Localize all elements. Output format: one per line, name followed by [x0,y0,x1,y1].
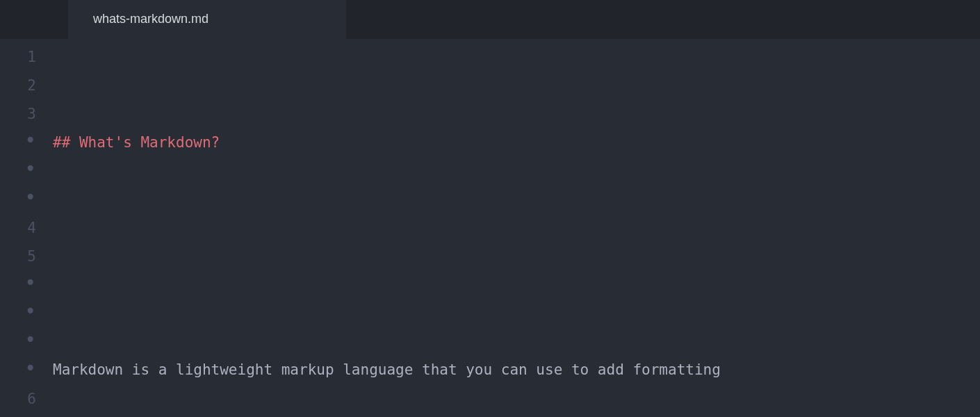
tab-filename: whats-markdown.md [93,7,209,31]
wrap-indicator: • [0,154,36,183]
line-number: 1 [0,43,36,72]
code-line [53,243,747,271]
text-span: Markdown is a lightweight markup languag… [53,356,730,384]
code-line: ## What's Markdown? [53,129,747,157]
editor-area[interactable]: 1 2 3 • • • 4 5 • • • • 6 ## What's Mark… [0,39,980,417]
line-number: 6 [0,385,36,414]
wrap-indicator: • [0,268,36,297]
code-line: Markdown is a lightweight markup languag… [53,356,747,384]
line-number: 2 [0,72,36,100]
line-number: 3 [0,100,36,129]
tab-bar: whats-markdown.md [0,0,980,39]
wrap-indicator: • [0,126,36,154]
wrap-indicator: • [0,354,36,382]
wrap-indicator: • [0,325,36,354]
markdown-heading: ## What's Markdown? [53,129,220,157]
wrap-indicator: • [0,297,36,325]
line-number-gutter: 1 2 3 • • • 4 5 • • • • 6 [0,43,39,417]
line-number: 4 [0,214,36,243]
line-number: 5 [0,243,36,271]
code-content[interactable]: ## What's Markdown? Markdown is a lightw… [39,43,747,417]
wrap-indicator: • [0,183,36,211]
file-tab[interactable]: whats-markdown.md [68,0,346,39]
